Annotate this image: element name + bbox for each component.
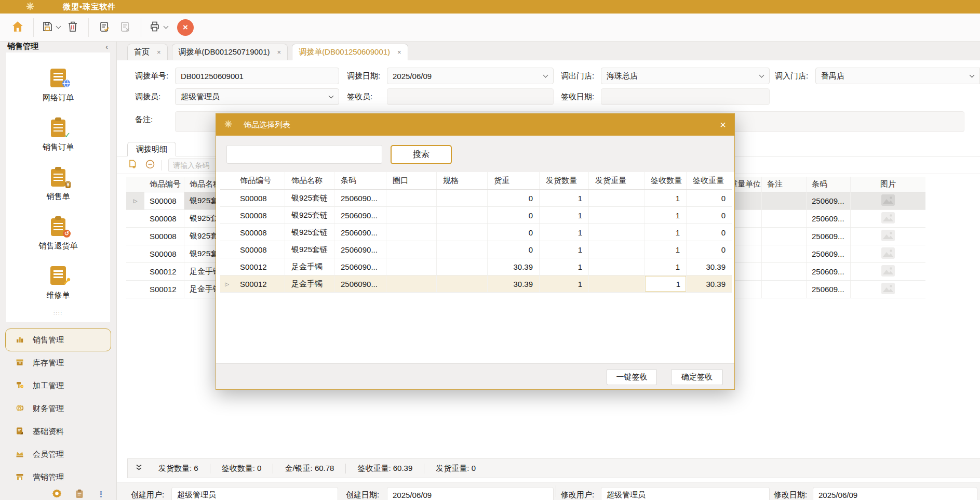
table-row[interactable]: S00008 银925套链 2506090... 0 1 1 0 (220, 190, 732, 207)
receiver-input[interactable] (387, 88, 554, 105)
table-row[interactable]: S00008 银925套链 2506090... 0 1 1 0 (220, 241, 732, 258)
delete-button[interactable] (62, 17, 83, 38)
add-row-icon[interactable] (127, 159, 138, 171)
dialog-close-icon[interactable]: × (720, 120, 726, 130)
sidebar-item-sales-slip[interactable]: ¥ 销售单 (6, 160, 110, 209)
col-header[interactable]: 饰品名称 (285, 172, 334, 189)
sales-order-icon: ✓ (48, 117, 69, 138)
col-header-code[interactable]: 饰品编号 (144, 177, 184, 192)
transfer-user-select[interactable]: 超级管理员 (175, 88, 339, 105)
gear-icon[interactable] (52, 489, 62, 500)
modified-by-label: 修改用户: (561, 487, 594, 500)
col-header-barcode[interactable]: 条码 (807, 177, 851, 192)
collapse-sidebar-icon[interactable]: ‹ (105, 43, 108, 51)
drag-handle[interactable]: :::::::: (53, 310, 63, 315)
save-button[interactable] (39, 17, 62, 38)
table-row[interactable]: S00012 足金手镯 2506090... 30.39 1 1 30.39 (220, 258, 732, 275)
transfer-date-select[interactable]: 2025/06/09 (387, 68, 554, 84)
document-icon (16, 427, 24, 437)
unaudit-button[interactable] (115, 17, 136, 38)
tab-close-icon[interactable]: × (157, 48, 161, 56)
receive-qty-edit-cell[interactable]: 1 (645, 276, 686, 292)
col-header[interactable]: 规格 (437, 172, 488, 189)
col-header-image[interactable]: 图片 (851, 177, 925, 192)
table-row-selected[interactable]: ▷ S00012 足金手镯 2506090... 30.39 1 1 30.39 (220, 275, 732, 293)
col-header[interactable]: 饰品编号 (234, 172, 285, 189)
summary-statusbar: 发货数量: 6 签收数量: 0 金/银重: 60.78 签收重量: 60.39 … (127, 458, 980, 478)
module-processing-management[interactable]: 加工管理 (0, 374, 116, 397)
dialog-search-button[interactable]: 搜索 (391, 145, 452, 164)
trash-icon (66, 20, 79, 34)
dialog-item-table: 饰品编号 饰品名称 条码 圈口 规格 货重 发货数量 发货重量 签收数量 签收重… (220, 172, 732, 293)
col-header[interactable]: 圈口 (386, 172, 437, 189)
dialog-footer: 一键签收 确定签收 (216, 363, 734, 389)
tab-transfer-609001[interactable]: 调拨单(DB001250609001) × (292, 44, 408, 60)
hammer-icon (16, 381, 24, 391)
tab-close-icon[interactable]: × (397, 48, 401, 56)
tab-close-icon[interactable]: × (277, 48, 281, 56)
module-member-management[interactable]: 会员管理 (0, 443, 116, 466)
print-button[interactable] (146, 17, 170, 38)
created-by-field[interactable]: 超级管理员 (171, 487, 338, 500)
audit-button[interactable] (94, 17, 115, 38)
expand-row-marker[interactable]: ▷ (220, 275, 234, 292)
dialog-title: 饰品选择列表 (244, 120, 290, 130)
module-marketing-management[interactable]: 营销管理 (0, 466, 116, 489)
modified-date-field[interactable]: 2025/06/09 (813, 487, 977, 500)
image-placeholder-icon (881, 194, 895, 207)
module-inventory-management[interactable]: 库存管理 (0, 351, 116, 374)
close-window-button[interactable]: × (177, 19, 194, 36)
tab-home[interactable]: 首页 × (127, 44, 168, 60)
check-icon: ✓ (64, 131, 71, 139)
module-finance-management[interactable]: ¥ 财务管理 (0, 397, 116, 420)
table-row[interactable]: S00008 银925套链 2506090... 0 1 1 0 (220, 224, 732, 241)
home-button[interactable] (7, 17, 28, 38)
modified-date-label: 修改日期: (774, 487, 807, 500)
sidebar-item-sales-order[interactable]: ✓ 销售订单 (6, 110, 110, 160)
to-store-label: 调入门店: (775, 68, 808, 84)
to-store-select[interactable]: 番禺店 (815, 68, 980, 84)
remark-label: 备注: (135, 111, 153, 128)
image-placeholder-icon (881, 265, 895, 278)
col-header-remark[interactable]: 备注 (762, 177, 807, 192)
printer-icon (149, 20, 161, 34)
col-header[interactable]: 条码 (334, 172, 386, 189)
confirm-receive-button[interactable]: 确定签收 (671, 369, 723, 385)
order-no-label: 调拨单号: (135, 68, 168, 84)
receive-date-input[interactable] (601, 88, 770, 105)
more-options-icon[interactable]: ⋮ (97, 490, 105, 499)
print-dropdown-icon[interactable] (164, 24, 169, 29)
save-dropdown-icon[interactable] (56, 24, 61, 29)
col-header[interactable]: 发货重量 (589, 172, 645, 189)
module-label: 财务管理 (33, 404, 64, 414)
created-by-label: 创建用户: (131, 487, 164, 500)
created-date-field[interactable]: 2025/06/09 (387, 487, 554, 500)
col-header[interactable]: 签收重量 (687, 172, 732, 189)
stats-collapse-icon[interactable] (135, 464, 143, 473)
order-no-input[interactable]: DB001250609001 (175, 68, 339, 84)
from-store-select[interactable]: 海珠总店 (601, 68, 770, 84)
col-header[interactable]: 发货数量 (540, 172, 589, 189)
col-header[interactable]: 货重 (488, 172, 540, 189)
sidebar: 销售管理 ‹ 网络订单 ✓ 销售订单 ¥ 销售单 (0, 42, 117, 500)
expand-row-marker[interactable]: ▷ (126, 192, 144, 209)
module-base-data[interactable]: 基础资料 (0, 420, 116, 443)
one-click-receive-button[interactable]: 一键签收 (607, 369, 657, 385)
sidebar-item-label: 网络订单 (43, 93, 74, 103)
clipboard-icon[interactable] (75, 489, 84, 500)
sidebar-item-network-order[interactable]: 网络订单 (6, 61, 110, 110)
modified-by-field[interactable]: 超级管理员 (601, 487, 770, 500)
dialog-search-input[interactable] (226, 145, 382, 164)
table-row[interactable]: S00008 银925套链 2506090... 0 1 1 0 (220, 207, 732, 224)
dialog-logo-flower-icon (224, 120, 232, 129)
col-header[interactable]: 签收数量 (645, 172, 687, 189)
clipboard-x-icon (119, 20, 131, 34)
sidebar-item-sales-return[interactable]: ↺ 销售退货单 (6, 209, 110, 258)
remove-row-icon[interactable] (145, 159, 155, 171)
module-sales-management[interactable]: 销售管理 (5, 328, 111, 351)
tab-label: 首页 (134, 47, 150, 57)
module-label: 加工管理 (33, 381, 64, 391)
tab-transfer-719001[interactable]: 调拨单(DB001250719001) × (172, 44, 288, 60)
tab-transfer-detail[interactable]: 调拨明细 (127, 142, 176, 156)
sidebar-item-repair-order[interactable]: 维修单 (6, 258, 110, 308)
